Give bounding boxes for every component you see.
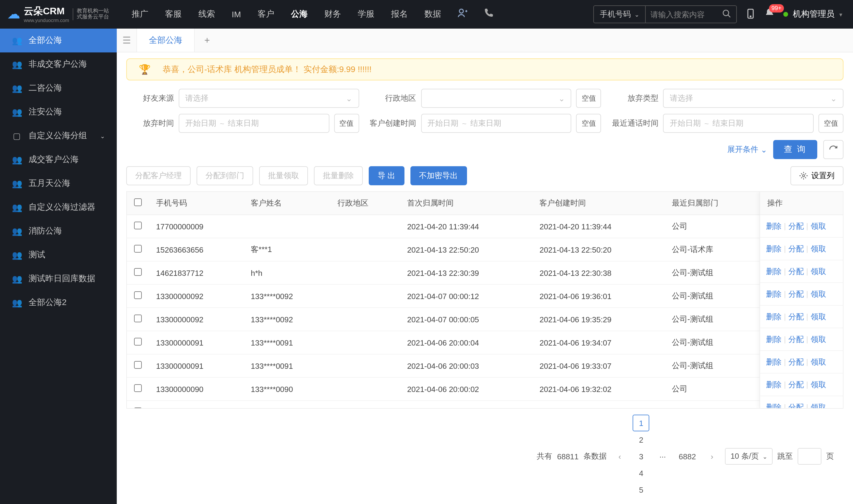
sidebar-item-非成交客户公海[interactable]: 👥非成交客户公海 xyxy=(0,52,117,76)
abandon-time-empty-button[interactable]: 空值 xyxy=(334,114,359,133)
tab-active[interactable]: 全部公海 xyxy=(137,29,195,52)
assign-manager-button[interactable]: 分配客户经理 xyxy=(126,166,190,185)
page-button-1[interactable]: 1 xyxy=(633,415,650,431)
nav-item-学服[interactable]: 学服 xyxy=(349,0,383,29)
row-checkbox[interactable] xyxy=(134,245,142,253)
delete-link[interactable]: 删除 xyxy=(766,334,781,345)
abandon-time-range[interactable]: 开始日期~结束日期 xyxy=(179,114,329,133)
search-type-select[interactable]: 手机号码 ⌄ xyxy=(594,6,646,23)
admin-area-empty-button[interactable]: 空值 xyxy=(576,89,601,108)
batch-delete-button[interactable]: 批量删除 xyxy=(314,166,363,185)
prev-page-button[interactable]: ‹ xyxy=(612,448,628,465)
claim-link[interactable]: 领取 xyxy=(811,334,826,345)
assign-link[interactable]: 分配 xyxy=(788,379,804,390)
export-plain-button[interactable]: 不加密导出 xyxy=(410,166,467,185)
sidebar-item-自定义公海分组[interactable]: ▢自定义公海分组⌄ xyxy=(0,124,117,148)
assign-link[interactable]: 分配 xyxy=(788,311,804,322)
assign-link[interactable]: 分配 xyxy=(788,334,804,345)
assign-link[interactable]: 分配 xyxy=(788,357,804,367)
last-page-button[interactable]: 6882 xyxy=(676,448,699,465)
export-button[interactable]: 导 出 xyxy=(369,166,404,185)
sidebar-item-全部公海[interactable]: 👥全部公海 xyxy=(0,29,117,52)
create-time-range[interactable]: 开始日期~结束日期 xyxy=(421,114,571,133)
assign-link[interactable]: 分配 xyxy=(788,289,804,299)
nav-item-报名[interactable]: 报名 xyxy=(383,0,416,29)
refresh-button[interactable] xyxy=(823,140,843,159)
batch-claim-button[interactable]: 批量领取 xyxy=(259,166,308,185)
nav-item-线索[interactable]: 线索 xyxy=(190,0,223,29)
sidebar-item-二咨公海[interactable]: 👥二咨公海 xyxy=(0,76,117,100)
nav-item-IM[interactable]: IM xyxy=(223,0,249,29)
row-checkbox[interactable] xyxy=(134,384,142,392)
nav-item-财务[interactable]: 财务 xyxy=(316,0,349,29)
page-size-select[interactable]: 10 条/页 ⌄ xyxy=(725,448,773,465)
row-checkbox[interactable] xyxy=(134,222,142,229)
expand-filters-link[interactable]: 展开条件 ⌄ xyxy=(727,144,767,155)
row-checkbox[interactable] xyxy=(134,408,142,409)
nav-item-客户[interactable]: 客户 xyxy=(249,0,283,29)
delete-link[interactable]: 删除 xyxy=(766,402,781,409)
delete-link[interactable]: 删除 xyxy=(766,221,781,231)
tab-add-button[interactable]: + xyxy=(195,29,219,52)
page-button-4[interactable]: 4 xyxy=(633,465,650,481)
next-page-button[interactable]: › xyxy=(704,448,721,465)
sidebar-item-自定义公海过滤器[interactable]: 👥自定义公海过滤器 xyxy=(0,195,117,219)
sidebar-item-注安公海[interactable]: 👥注安公海 xyxy=(0,100,117,124)
notification-bell[interactable]: 99+ xyxy=(764,7,775,21)
delete-link[interactable]: 删除 xyxy=(766,311,781,322)
call-time-empty-button[interactable]: 空值 xyxy=(818,114,843,133)
sidebar-item-测试昨日回库数据[interactable]: 👥测试昨日回库数据 xyxy=(0,267,117,291)
assign-link[interactable]: 分配 xyxy=(788,402,804,409)
call-time-range[interactable]: 开始日期~结束日期 xyxy=(663,114,814,133)
phone-icon[interactable] xyxy=(476,7,501,21)
assign-link[interactable]: 分配 xyxy=(788,266,804,277)
claim-link[interactable]: 领取 xyxy=(811,266,826,277)
delete-link[interactable]: 删除 xyxy=(766,357,781,367)
assign-link[interactable]: 分配 xyxy=(788,244,804,254)
search-icon[interactable] xyxy=(717,8,736,20)
nav-item-推广[interactable]: 推广 xyxy=(123,0,157,29)
delete-link[interactable]: 删除 xyxy=(766,379,781,390)
row-checkbox[interactable] xyxy=(134,338,142,345)
claim-link[interactable]: 领取 xyxy=(811,402,826,409)
delete-link[interactable]: 删除 xyxy=(766,289,781,299)
nav-item-数据[interactable]: 数据 xyxy=(416,0,450,29)
sidebar-item-五月天公海[interactable]: 👥五月天公海 xyxy=(0,172,117,195)
sidebar-item-全部公海2[interactable]: 👥全部公海2 xyxy=(0,291,117,314)
claim-link[interactable]: 领取 xyxy=(811,311,826,322)
select-all-checkbox[interactable] xyxy=(134,198,142,206)
create-time-empty-button[interactable]: 空值 xyxy=(576,114,601,133)
set-columns-button[interactable]: 设置列 xyxy=(791,166,843,185)
abandon-type-select[interactable]: 请选择 ⌄ xyxy=(663,89,843,108)
claim-link[interactable]: 领取 xyxy=(811,221,826,231)
claim-link[interactable]: 领取 xyxy=(811,244,826,254)
page-button-5[interactable]: 5 xyxy=(633,481,650,498)
assign-link[interactable]: 分配 xyxy=(788,221,804,231)
row-checkbox[interactable] xyxy=(134,314,142,322)
claim-link[interactable]: 领取 xyxy=(811,357,826,367)
mobile-icon[interactable] xyxy=(745,8,756,21)
user-menu[interactable]: 机构管理员 ▾ xyxy=(783,9,842,20)
claim-link[interactable]: 领取 xyxy=(811,289,826,299)
admin-area-select[interactable]: ⌄ xyxy=(421,89,571,108)
sidebar-item-测试[interactable]: 👥测试 xyxy=(0,243,117,267)
query-button[interactable]: 查 询 xyxy=(773,140,817,159)
friend-source-select[interactable]: 请选择 ⌄ xyxy=(179,89,359,108)
sidebar-item-成交客户公海[interactable]: 👥成交客户公海 xyxy=(0,148,117,172)
delete-link[interactable]: 删除 xyxy=(766,266,781,277)
claim-link[interactable]: 领取 xyxy=(811,379,826,390)
add-user-icon[interactable] xyxy=(450,7,476,22)
sidebar-item-消防公海[interactable]: 👥消防公海 xyxy=(0,219,117,243)
page-button-3[interactable]: 3 xyxy=(633,448,650,465)
row-checkbox[interactable] xyxy=(134,291,142,299)
row-checkbox[interactable] xyxy=(134,268,142,276)
nav-item-客服[interactable]: 客服 xyxy=(157,0,190,29)
jump-page-input[interactable] xyxy=(798,448,821,465)
page-button-2[interactable]: 2 xyxy=(633,431,650,448)
tabs-collapse-icon[interactable]: ☰ xyxy=(117,29,137,52)
page-ellipsis[interactable]: ··· xyxy=(654,448,671,465)
row-checkbox[interactable] xyxy=(134,361,142,369)
assign-dept-button[interactable]: 分配到部门 xyxy=(197,166,253,185)
delete-link[interactable]: 删除 xyxy=(766,244,781,254)
nav-item-公海[interactable]: 公海 xyxy=(283,0,316,29)
